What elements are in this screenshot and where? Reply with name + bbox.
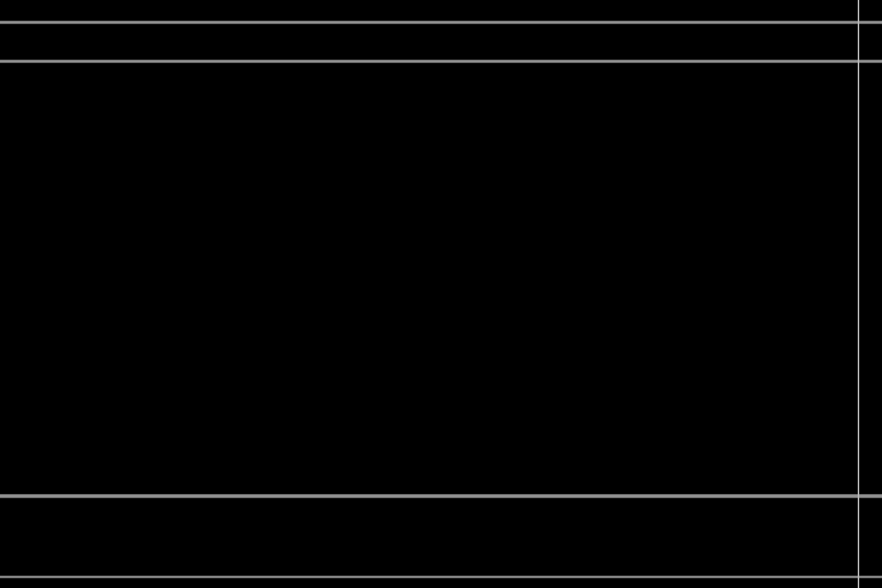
spectral-analysis-chart[interactable] [0,62,858,494]
spectral-period-table [0,509,858,576]
price-chart-strip-2[interactable] [0,23,858,60]
time-axis [0,578,882,588]
trading-app-window [0,0,882,588]
price-chart-strip-1[interactable] [0,0,858,21]
indicator-status-bar [0,497,858,509]
price-axis-line [858,0,859,588]
